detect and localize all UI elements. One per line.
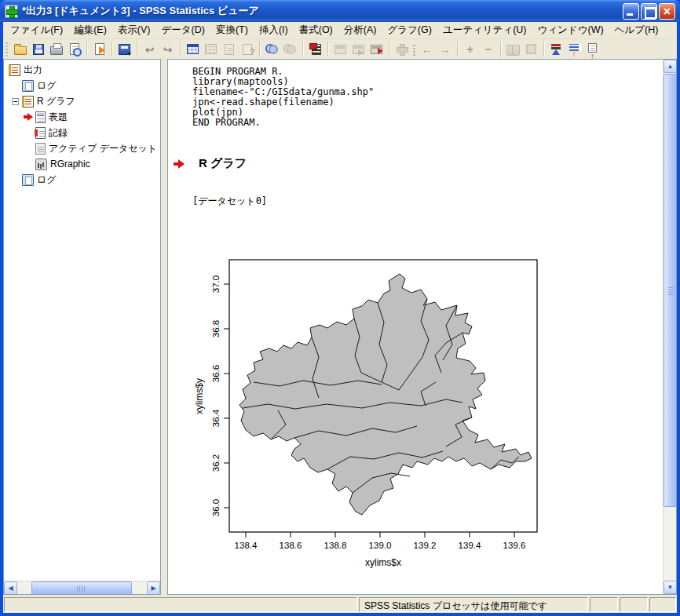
use-sets-button[interactable] bbox=[306, 41, 324, 58]
maximize-button[interactable] bbox=[641, 3, 657, 20]
tree-item-label: アクティブ データセット bbox=[49, 142, 157, 155]
processor-status: SPSS Statistics プロセッサは使用可能です bbox=[359, 597, 588, 612]
menu-item-5[interactable]: 挿入(I) bbox=[254, 22, 294, 39]
dataset-label[interactable]: [データセット0] bbox=[192, 195, 676, 208]
expand-icon: + bbox=[466, 44, 473, 55]
scroll-thumb[interactable] bbox=[31, 581, 132, 595]
minimize-button[interactable] bbox=[623, 3, 639, 20]
designate-window-button[interactable] bbox=[367, 41, 386, 58]
menu-item-3[interactable]: データ(D) bbox=[155, 22, 210, 39]
current-item-arrow-icon bbox=[173, 159, 185, 169]
insert-text-button[interactable] bbox=[583, 41, 601, 58]
collapse-button[interactable]: − bbox=[479, 41, 497, 58]
menu-item-11[interactable]: ヘルプ(H) bbox=[609, 22, 664, 39]
insert-object-button bbox=[393, 41, 411, 58]
insert-object-icon bbox=[396, 43, 408, 55]
move-outline-button[interactable] bbox=[547, 41, 565, 58]
r-graph-heading-row[interactable]: R グラフ bbox=[173, 156, 676, 171]
book-red-icon bbox=[9, 64, 20, 76]
y-tick-label: 36.2 bbox=[211, 454, 221, 472]
content-vertical-scrollbar[interactable]: ▲ ▼ bbox=[663, 60, 676, 594]
tree-item-record[interactable]: 記録 bbox=[5, 125, 160, 140]
toolbar-separator bbox=[457, 42, 458, 56]
variable-info-icon bbox=[243, 44, 252, 55]
menu-item-10[interactable]: ウィンドウ(W) bbox=[532, 22, 609, 39]
goto-data-button[interactable] bbox=[184, 41, 202, 58]
scroll-thumb[interactable] bbox=[664, 74, 677, 507]
close-button[interactable] bbox=[659, 3, 675, 20]
tree-item-log-1[interactable]: ログ bbox=[5, 78, 160, 93]
save-output-button[interactable] bbox=[29, 41, 47, 58]
toolbar-separator bbox=[137, 42, 137, 56]
show-icon bbox=[506, 45, 520, 54]
tree-item-log-2[interactable]: ログ bbox=[5, 172, 160, 188]
toolbar-separator bbox=[543, 42, 544, 56]
toolbar-grip[interactable] bbox=[5, 42, 8, 56]
menu-item-7[interactable]: 分析(A) bbox=[338, 22, 382, 39]
undo-button[interactable]: ↩ bbox=[141, 41, 159, 58]
move-outline-icon bbox=[550, 43, 562, 55]
print-preview-button[interactable] bbox=[65, 41, 83, 58]
r-plot[interactable]: 138.4138.6138.8139.0139.2139.4139.637.03… bbox=[193, 257, 676, 572]
menu-item-4[interactable]: 変換(T) bbox=[210, 22, 254, 39]
menu-item-1[interactable]: 編集(E) bbox=[68, 22, 112, 39]
tree-item-active-dataset[interactable]: アクティブ データセット bbox=[5, 140, 160, 156]
redo-icon: ↪ bbox=[163, 44, 173, 55]
goto-case-button bbox=[202, 41, 220, 58]
y-tick-label: 36.8 bbox=[211, 320, 221, 337]
recall-dialog-button[interactable] bbox=[115, 41, 133, 58]
print-preview-icon bbox=[70, 43, 79, 55]
variables-button bbox=[220, 41, 238, 58]
toolbar-separator bbox=[389, 42, 389, 56]
use-sets-icon bbox=[312, 44, 321, 55]
menu-item-8[interactable]: グラフ(G) bbox=[382, 22, 437, 39]
x-tick-label: 139.2 bbox=[414, 541, 437, 550]
main-area: 出力ログR グラフ表題記録アクティブ データセットRGraphicログ ◀ ▶ … bbox=[3, 59, 677, 595]
recall-dialog-icon bbox=[119, 44, 130, 55]
scroll-right-button[interactable]: ▶ bbox=[147, 581, 160, 595]
collapse-expander[interactable] bbox=[12, 98, 19, 105]
expand-button[interactable]: + bbox=[461, 41, 479, 58]
scroll-down-button[interactable]: ▼ bbox=[664, 581, 677, 594]
menu-item-6[interactable]: 書式(O) bbox=[294, 22, 338, 39]
tree-item-output[interactable]: 出力 bbox=[5, 62, 160, 78]
menu-item-9[interactable]: ユーティリティ(U) bbox=[437, 22, 532, 39]
x-tick-label: 139.4 bbox=[459, 541, 481, 550]
scroll-left-button[interactable]: ◀ bbox=[4, 581, 17, 595]
outline-tree: 出力ログR グラフ表題記録アクティブ データセットRGraphicログ bbox=[4, 60, 160, 188]
open-output-button[interactable] bbox=[11, 41, 29, 58]
split-file-icon bbox=[283, 44, 297, 54]
export-button[interactable] bbox=[90, 41, 108, 58]
panel-splitter[interactable] bbox=[161, 59, 167, 595]
page-title-icon bbox=[35, 111, 46, 123]
select-cases-button[interactable] bbox=[263, 41, 281, 58]
x-tick-label: 138.6 bbox=[280, 541, 302, 550]
promote-button[interactable]: ← bbox=[418, 41, 436, 58]
toolbar-separator bbox=[112, 42, 112, 56]
tree-item-label: ログ bbox=[37, 173, 57, 187]
y-tick-label: 36.4 bbox=[211, 409, 221, 427]
y-axis-label: xylims$y bbox=[194, 378, 205, 414]
hide-button bbox=[522, 41, 540, 58]
promote-icon: ← bbox=[422, 44, 433, 55]
r-code-block[interactable]: BEGIN PROGRAM R. library(maptools) filen… bbox=[192, 67, 676, 128]
redo-button[interactable]: ↪ bbox=[159, 41, 177, 58]
demote-button[interactable]: → bbox=[436, 41, 454, 58]
scroll-track[interactable] bbox=[17, 581, 147, 594]
tree-item-rgraphic[interactable]: RGraphic bbox=[5, 156, 160, 172]
x-tick-label: 138.8 bbox=[324, 541, 347, 550]
show-results-icon bbox=[335, 45, 346, 54]
insert-heading-button[interactable] bbox=[565, 41, 583, 58]
print-button[interactable] bbox=[47, 41, 65, 58]
tree-item-title[interactable]: 表題 bbox=[5, 109, 160, 125]
toolbar-separator bbox=[500, 42, 501, 56]
hide-icon bbox=[526, 44, 536, 54]
save-output-icon bbox=[33, 44, 44, 55]
outline-horizontal-scrollbar[interactable]: ◀ ▶ bbox=[4, 581, 160, 594]
title-bar[interactable]: *出力3 [ドキュメント3] - SPSS Statistics ビューア bbox=[0, 0, 680, 22]
export-icon bbox=[95, 43, 104, 55]
menu-item-2[interactable]: 表示(V) bbox=[112, 22, 156, 39]
menu-item-0[interactable]: ファイル(F) bbox=[5, 22, 68, 39]
tree-item-r-graph[interactable]: R グラフ bbox=[5, 93, 160, 109]
scroll-up-button[interactable]: ▲ bbox=[664, 60, 677, 73]
